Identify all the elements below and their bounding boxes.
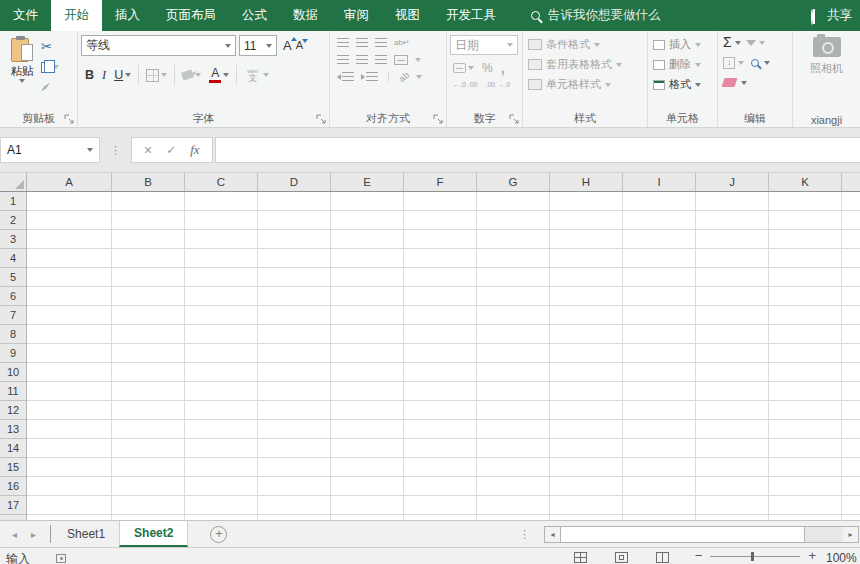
tell-me-search[interactable]: 告诉我你想要做什么 <box>531 0 661 31</box>
cell-A1[interactable] <box>27 192 112 211</box>
cell-F17[interactable] <box>404 496 477 515</box>
cell-C2[interactable] <box>185 211 258 230</box>
row-header-3[interactable]: 3 <box>0 230 27 249</box>
cell-I15[interactable] <box>623 458 696 477</box>
cell-K1[interactable] <box>769 192 842 211</box>
find-select-button[interactable] <box>751 59 770 67</box>
cell-J1[interactable] <box>696 192 769 211</box>
cell-D7[interactable] <box>258 306 331 325</box>
tab-view[interactable]: 视图 <box>382 0 433 31</box>
clipboard-dialog-launcher-icon[interactable] <box>64 114 74 124</box>
row-header-8[interactable]: 8 <box>0 325 27 344</box>
cell-H8[interactable] <box>550 325 623 344</box>
cell-H12[interactable] <box>550 401 623 420</box>
cell-D2[interactable] <box>258 211 331 230</box>
cell-F3[interactable] <box>404 230 477 249</box>
sheet-tab-sheet2[interactable]: Sheet2 <box>119 521 188 547</box>
format-as-table-button[interactable]: 套用表格格式 <box>526 56 644 73</box>
cell-A16[interactable] <box>27 477 112 496</box>
orientation-button[interactable]: ab <box>397 69 411 83</box>
column-header-I[interactable]: I <box>623 173 696 191</box>
insert-cells-button[interactable]: 插入 <box>651 36 714 53</box>
cell-F6[interactable] <box>404 287 477 306</box>
cell-F8[interactable] <box>404 325 477 344</box>
cell-I9[interactable] <box>623 344 696 363</box>
zoom-slider-thumb[interactable] <box>751 552 754 561</box>
cell-C17[interactable] <box>185 496 258 515</box>
align-right-button[interactable] <box>375 55 387 64</box>
zoom-in-button[interactable]: + <box>808 551 816 561</box>
cell-E4[interactable] <box>331 249 404 268</box>
tab-file[interactable]: 文件 <box>0 0 51 31</box>
cell-F13[interactable] <box>404 420 477 439</box>
cell-K7[interactable] <box>769 306 842 325</box>
cell-C1[interactable] <box>185 192 258 211</box>
cell-C10[interactable] <box>185 363 258 382</box>
select-all-button[interactable] <box>0 173 27 191</box>
increase-decimal-button[interactable]: ←.0 .00 <box>453 81 478 88</box>
cell-styles-button[interactable]: 单元格样式 <box>526 76 644 93</box>
cell-G15[interactable] <box>477 458 550 477</box>
cell-C11[interactable] <box>185 382 258 401</box>
column-header-K[interactable]: K <box>769 173 842 191</box>
column-header-A[interactable]: A <box>27 173 112 191</box>
cell-K13[interactable] <box>769 420 842 439</box>
cell-D13[interactable] <box>258 420 331 439</box>
column-header-D[interactable]: D <box>258 173 331 191</box>
align-center-button[interactable] <box>356 55 368 64</box>
row-header-5[interactable]: 5 <box>0 268 27 287</box>
cell-A5[interactable] <box>27 268 112 287</box>
cell-B6[interactable] <box>112 287 185 306</box>
wrap-text-button[interactable]: ab↵ <box>394 38 410 47</box>
cell-A11[interactable] <box>27 382 112 401</box>
sort-filter-button[interactable] <box>746 40 765 46</box>
cell-J16[interactable] <box>696 477 769 496</box>
cell-A3[interactable] <box>27 230 112 249</box>
cell-C5[interactable] <box>185 268 258 287</box>
cell-D12[interactable] <box>258 401 331 420</box>
macro-record-icon[interactable] <box>56 554 66 563</box>
cell-C15[interactable] <box>185 458 258 477</box>
cell-C6[interactable] <box>185 287 258 306</box>
cell-C16[interactable] <box>185 477 258 496</box>
cell-H14[interactable] <box>550 439 623 458</box>
cell-J17[interactable] <box>696 496 769 515</box>
column-header-G[interactable]: G <box>477 173 550 191</box>
cell-K10[interactable] <box>769 363 842 382</box>
cell-E15[interactable] <box>331 458 404 477</box>
cell-K14[interactable] <box>769 439 842 458</box>
cell-partial-8[interactable] <box>842 325 860 344</box>
cell-D6[interactable] <box>258 287 331 306</box>
cell-G6[interactable] <box>477 287 550 306</box>
row-header-10[interactable]: 10 <box>0 363 27 382</box>
alignment-dialog-launcher-icon[interactable] <box>433 114 443 124</box>
fill-button[interactable]: ↓ <box>723 57 744 69</box>
cell-G5[interactable] <box>477 268 550 287</box>
row-header-17[interactable]: 17 <box>0 496 27 515</box>
cell-H5[interactable] <box>550 268 623 287</box>
cell-I1[interactable] <box>623 192 696 211</box>
cell-H10[interactable] <box>550 363 623 382</box>
cell-A15[interactable] <box>27 458 112 477</box>
cell-A8[interactable] <box>27 325 112 344</box>
cell-E1[interactable] <box>331 192 404 211</box>
cell-G7[interactable] <box>477 306 550 325</box>
cell-C14[interactable] <box>185 439 258 458</box>
cell-K16[interactable] <box>769 477 842 496</box>
align-left-button[interactable] <box>337 55 349 64</box>
tab-data[interactable]: 数据 <box>280 0 331 31</box>
cell-I13[interactable] <box>623 420 696 439</box>
italic-button[interactable]: I <box>98 68 110 83</box>
align-middle-button[interactable] <box>356 38 368 47</box>
row-header-7[interactable]: 7 <box>0 306 27 325</box>
clear-button[interactable] <box>723 78 747 87</box>
cell-F9[interactable] <box>404 344 477 363</box>
cell-E2[interactable] <box>331 211 404 230</box>
row-header-6[interactable]: 6 <box>0 287 27 306</box>
cell-J3[interactable] <box>696 230 769 249</box>
comma-style-button[interactable]: , <box>501 60 505 76</box>
name-box[interactable]: A1 <box>0 137 100 163</box>
copy-button[interactable] <box>41 60 59 74</box>
cell-partial-7[interactable] <box>842 306 860 325</box>
cell-B1[interactable] <box>112 192 185 211</box>
